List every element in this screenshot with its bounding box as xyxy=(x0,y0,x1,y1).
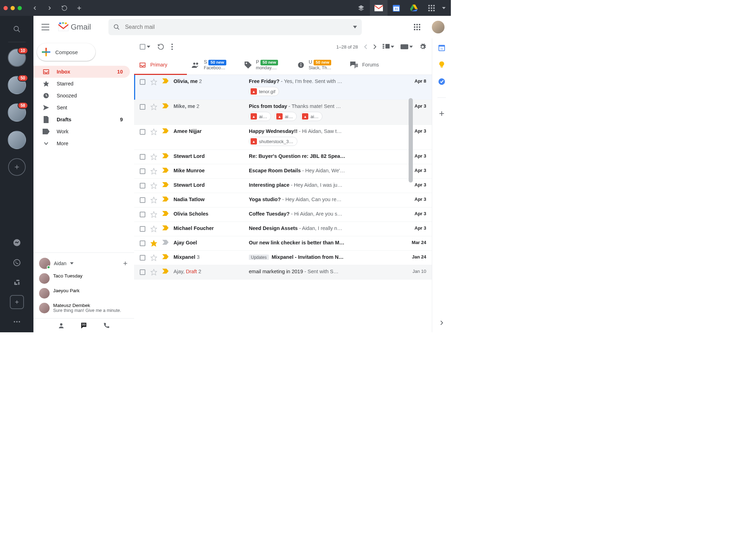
page-prev-button[interactable] xyxy=(364,44,367,49)
importance-marker[interactable] xyxy=(162,103,169,108)
calendar-app-icon[interactable]: 31 xyxy=(388,0,405,16)
nav-inbox[interactable]: Inbox10 xyxy=(33,66,130,78)
dock-search-icon[interactable] xyxy=(10,22,24,36)
hangouts-chats-tab[interactable]: 99 xyxy=(77,322,91,329)
attachment-chip[interactable]: ▲ai… xyxy=(300,112,322,121)
message-checkbox[interactable] xyxy=(140,212,145,217)
message-checkbox[interactable] xyxy=(140,104,145,110)
split-pane-button[interactable] xyxy=(383,44,394,50)
compose-button[interactable]: Compose xyxy=(37,43,95,61)
importance-marker[interactable] xyxy=(162,182,169,187)
star-icon[interactable] xyxy=(150,269,157,276)
hangouts-me[interactable]: Aidan xyxy=(33,256,134,271)
input-tools-button[interactable] xyxy=(401,44,413,49)
workspace-avatar-3[interactable] xyxy=(8,131,26,149)
importance-marker[interactable] xyxy=(162,197,169,201)
message-checkbox[interactable] xyxy=(140,168,145,174)
message-checkbox[interactable] xyxy=(140,269,145,275)
workspace-avatar-0[interactable]: 10 xyxy=(8,49,26,67)
message-row[interactable]: Ajay GoelOur new link checker is better … xyxy=(134,236,432,251)
attachment-chip[interactable]: ▲tenor.gif xyxy=(249,87,279,96)
slack-icon[interactable] xyxy=(10,275,24,289)
attachment-chip[interactable]: ▲shutterstock_3… xyxy=(249,137,297,146)
workspace-avatar-1[interactable]: 50 xyxy=(8,76,26,94)
message-row[interactable]: Mike MunroeEscape Room Details - Hey Aid… xyxy=(134,164,432,179)
refresh-button[interactable] xyxy=(157,43,164,50)
star-icon[interactable] xyxy=(150,128,157,135)
message-row[interactable]: Ajay, Draft 2email marketing in 2019 - S… xyxy=(134,265,432,280)
star-icon[interactable] xyxy=(150,153,157,160)
message-checkbox[interactable] xyxy=(140,154,145,160)
maximize-window[interactable] xyxy=(18,6,22,10)
message-row[interactable]: Nadia TatlowYoga studio? - Hey Aidan, Ca… xyxy=(134,193,432,207)
keep-sidepanel-icon[interactable] xyxy=(438,61,446,69)
importance-marker[interactable] xyxy=(162,78,169,83)
importance-marker[interactable] xyxy=(162,269,169,274)
drive-app-icon[interactable] xyxy=(405,0,423,16)
reload-button[interactable] xyxy=(57,0,72,16)
message-row[interactable]: Mike, me 2Pics from today - Thanks mate!… xyxy=(134,100,432,125)
more-actions-button[interactable] xyxy=(171,44,173,50)
settings-button[interactable] xyxy=(419,43,426,50)
nav-drafts[interactable]: Drafts9 xyxy=(33,114,130,126)
message-checkbox[interactable] xyxy=(140,79,145,85)
message-checkbox[interactable] xyxy=(140,197,145,203)
titlebar-dropdown-icon[interactable] xyxy=(440,0,447,16)
message-checkbox[interactable] xyxy=(140,226,145,232)
close-window[interactable] xyxy=(4,6,8,10)
hangouts-contact[interactable]: Taco Tuesday xyxy=(33,271,134,286)
importance-marker[interactable] xyxy=(162,153,169,158)
hangouts-contacts-tab[interactable] xyxy=(54,322,68,329)
message-row[interactable]: Stewart LordRe: Buyer's Question re: JBL… xyxy=(134,150,432,164)
star-icon[interactable] xyxy=(150,78,157,85)
nav-work[interactable]: Work xyxy=(33,126,130,137)
new-tab-button[interactable] xyxy=(72,0,87,16)
nav-more[interactable]: More xyxy=(33,137,130,149)
tab-primary[interactable]: Primary xyxy=(134,55,187,75)
tab-forums[interactable]: Forums xyxy=(345,55,398,75)
search-bar[interactable] xyxy=(108,19,362,35)
nav-sent[interactable]: Sent xyxy=(33,102,130,114)
message-checkbox[interactable] xyxy=(140,241,145,246)
importance-marker[interactable] xyxy=(162,128,169,133)
addons-button[interactable] xyxy=(438,110,446,117)
hangouts-contact[interactable]: Jaeyou Park xyxy=(33,286,134,301)
message-row[interactable]: Amee NijjarHappy Wednesday!! - Hi Aidan,… xyxy=(134,125,432,150)
whatsapp-icon[interactable] xyxy=(10,256,24,270)
star-icon[interactable] xyxy=(150,168,157,175)
scrollbar-thumb[interactable] xyxy=(409,98,413,183)
star-icon[interactable] xyxy=(150,254,157,261)
importance-marker[interactable] xyxy=(162,240,169,245)
attachment-chip[interactable]: ▲ai… xyxy=(249,112,271,121)
messenger-icon[interactable] xyxy=(10,236,24,250)
message-row[interactable]: Olivia, me 2Free Friday? - Yes, I'm free… xyxy=(134,75,432,100)
hangouts-contact[interactable]: Mateusz DembekSure thing man! Give me a … xyxy=(33,301,134,315)
nav-snoozed[interactable]: Snoozed xyxy=(33,90,130,102)
importance-marker[interactable] xyxy=(162,254,169,259)
message-row[interactable]: Olivia ScholesCoffee Tuesday? - Hi Aidan… xyxy=(134,207,432,222)
add-app-button[interactable] xyxy=(10,295,24,309)
nav-forward[interactable] xyxy=(42,0,57,16)
importance-marker[interactable] xyxy=(162,168,169,173)
google-apps-icon[interactable] xyxy=(410,20,424,34)
tab-u[interactable]: U 50 newSlack, Th… xyxy=(292,55,345,75)
layers-icon[interactable] xyxy=(352,0,370,16)
message-row[interactable]: Stewart LordInteresting place - Hey Aida… xyxy=(134,179,432,193)
message-checkbox[interactable] xyxy=(140,183,145,188)
tab-p[interactable]: P 50 newmonday.… xyxy=(240,55,292,75)
more-dock-icon[interactable] xyxy=(10,315,24,329)
minimize-window[interactable] xyxy=(11,6,15,10)
collapse-sidepanel-icon[interactable] xyxy=(438,319,446,327)
star-icon[interactable] xyxy=(150,225,157,232)
tasks-sidepanel-icon[interactable] xyxy=(438,78,446,85)
main-menu-icon[interactable] xyxy=(37,19,54,36)
importance-marker[interactable] xyxy=(162,211,169,216)
nav-back[interactable] xyxy=(27,0,42,16)
star-icon[interactable] xyxy=(150,240,157,247)
account-avatar[interactable] xyxy=(432,21,445,33)
apps-grid-icon[interactable] xyxy=(423,0,440,16)
hangouts-calls-tab[interactable] xyxy=(99,322,113,329)
message-row[interactable]: Mixpanel 3Updates Mixpanel - Invitation … xyxy=(134,251,432,265)
select-all-checkbox[interactable] xyxy=(140,44,150,50)
attachment-chip[interactable]: ▲ai… xyxy=(275,112,297,121)
